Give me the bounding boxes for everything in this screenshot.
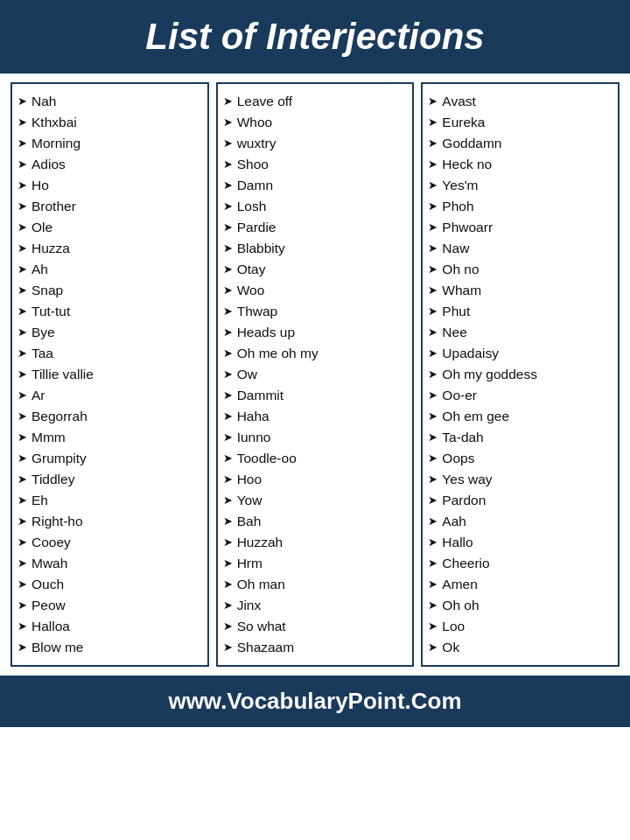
list-item: Damn: [223, 175, 408, 196]
list-item: Mmm: [18, 427, 202, 448]
list-item: Tillie vallie: [18, 364, 202, 385]
list-item: Huzza: [18, 238, 202, 259]
list-item: Oh oh: [428, 595, 612, 616]
list-item: Tut-tut: [18, 301, 202, 322]
list-item: Leave off: [223, 91, 408, 112]
list-item: Yes'm: [428, 175, 612, 196]
column-2: Leave offWhoowuxtryShooDamnLoshPardieBla…: [216, 82, 415, 667]
list-item: Huzzah: [223, 532, 408, 553]
list-item: Pardon: [428, 490, 612, 511]
list-item: Ah: [18, 259, 202, 280]
list-item: Oh no: [428, 259, 612, 280]
list-item: Oops: [428, 448, 612, 469]
list-item: Hallo: [428, 532, 612, 553]
list-item: Snap: [18, 280, 202, 301]
column-1: NahKthxbaiMorningAdiosHoBrotherOleHuzzaA…: [10, 82, 209, 667]
list-item: Loo: [428, 616, 612, 637]
list-item: Ole: [18, 217, 202, 238]
list-item: Ow: [223, 364, 408, 385]
list-item: Ok: [428, 637, 612, 658]
list-item: Jinx: [223, 595, 408, 616]
list-item: Yes way: [428, 469, 612, 490]
content-area: NahKthxbaiMorningAdiosHoBrotherOleHuzzaA…: [0, 74, 630, 676]
list-item: Bye: [18, 322, 202, 343]
list-item: Blabbity: [223, 238, 408, 259]
list-item: Kthxbai: [18, 112, 202, 133]
list-item: So what: [223, 616, 408, 637]
list-item: Cooey: [18, 532, 202, 553]
list-item: Oh em gee: [428, 406, 612, 427]
list-item: Shoo: [223, 154, 408, 175]
list-item: Nee: [428, 322, 612, 343]
list-item: Nah: [18, 91, 202, 112]
list-item: Thwap: [223, 301, 408, 322]
list-item: Oh me oh my: [223, 343, 408, 364]
list-item: Phut: [428, 301, 612, 322]
list-item: Upadaisy: [428, 343, 612, 364]
list-item: Brother: [18, 196, 202, 217]
list-item: Peow: [18, 595, 202, 616]
list-item: Adios: [18, 154, 202, 175]
list-item: Avast: [428, 91, 612, 112]
list-item: Shazaam: [223, 637, 408, 658]
list-item: wuxtry: [223, 133, 408, 154]
list-item: Pardie: [223, 217, 408, 238]
list-item: Toodle-oo: [223, 448, 408, 469]
list-item: Right-ho: [18, 511, 202, 532]
list-item: Hrm: [223, 553, 408, 574]
list-item: Oh my goddess: [428, 364, 612, 385]
list-item: Ta-dah: [428, 427, 612, 448]
list-item: Iunno: [223, 427, 408, 448]
footer-text: www.VocabularyPoint.Com: [168, 688, 461, 714]
page-title: List of Interjections: [9, 16, 621, 58]
list-item: Phwoarr: [428, 217, 612, 238]
list-item: Oh man: [223, 574, 408, 595]
list-item: Morning: [18, 133, 202, 154]
list-item: Otay: [223, 259, 408, 280]
list-item: Yow: [223, 490, 408, 511]
list-item: Phoh: [428, 196, 612, 217]
list-item: Whoo: [223, 112, 408, 133]
list-item: Taa: [18, 343, 202, 364]
list-item: Amen: [428, 574, 612, 595]
list-item: Goddamn: [428, 133, 612, 154]
list-item: Hoo: [223, 469, 408, 490]
list-item: Cheerio: [428, 553, 612, 574]
list-item: Aah: [428, 511, 612, 532]
list-item: Losh: [223, 196, 408, 217]
list-item: Begorrah: [18, 406, 202, 427]
list-item: Halloa: [18, 616, 202, 637]
header: List of Interjections: [0, 0, 630, 74]
list-item: Eureka: [428, 112, 612, 133]
list-item: Haha: [223, 406, 408, 427]
list-item: Wham: [428, 280, 612, 301]
column-3: AvastEurekaGoddamnHeck noYes'mPhohPhwoar…: [421, 82, 620, 667]
list-item: Bah: [223, 511, 408, 532]
list-item: Heck no: [428, 154, 612, 175]
list-item: Woo: [223, 280, 408, 301]
list-item: Blow me: [18, 637, 202, 658]
list-item: Eh: [18, 490, 202, 511]
list-item: Grumpity: [18, 448, 202, 469]
list-item: Oo-er: [428, 385, 612, 406]
list-item: Ouch: [18, 574, 202, 595]
list-item: Mwah: [18, 553, 202, 574]
footer: www.VocabularyPoint.Com: [0, 676, 630, 727]
list-item: Ar: [18, 385, 202, 406]
list-item: Heads up: [223, 322, 408, 343]
list-item: Tiddley: [18, 469, 202, 490]
list-item: Naw: [428, 238, 612, 259]
list-item: Ho: [18, 175, 202, 196]
list-item: Dammit: [223, 385, 408, 406]
